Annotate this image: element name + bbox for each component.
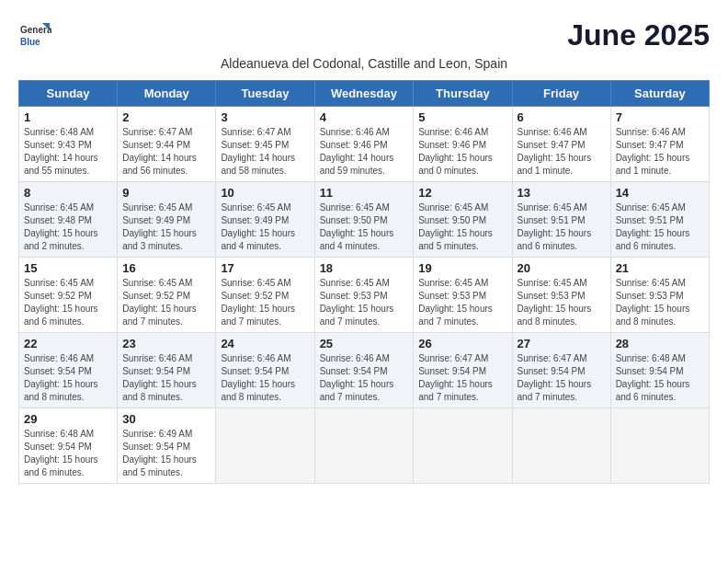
calendar-day-header: Friday <box>512 81 610 107</box>
day-number: 15 <box>24 261 112 275</box>
calendar-cell: 17Sunrise: 6:45 AM Sunset: 9:52 PM Dayli… <box>216 258 314 333</box>
calendar-cell: 19Sunrise: 6:45 AM Sunset: 9:53 PM Dayli… <box>414 258 512 333</box>
day-number: 11 <box>320 186 409 200</box>
calendar-cell: 6Sunrise: 6:46 AM Sunset: 9:47 PM Daylig… <box>512 107 610 182</box>
day-number: 28 <box>616 337 704 350</box>
calendar-cell: 14Sunrise: 6:45 AM Sunset: 9:51 PM Dayli… <box>610 182 709 258</box>
calendar-day-header: Tuesday <box>216 81 314 107</box>
calendar-cell: 29Sunrise: 6:48 AM Sunset: 9:54 PM Dayli… <box>19 408 118 484</box>
cell-content: Sunrise: 6:45 AM Sunset: 9:53 PM Dayligh… <box>616 277 704 328</box>
cell-content: Sunrise: 6:46 AM Sunset: 9:54 PM Dayligh… <box>122 352 210 404</box>
calendar-week-row: 8Sunrise: 6:45 AM Sunset: 9:48 PM Daylig… <box>19 182 710 258</box>
cell-content: Sunrise: 6:45 AM Sunset: 9:53 PM Dayligh… <box>418 277 506 328</box>
calendar-cell: 3Sunrise: 6:47 AM Sunset: 9:45 PM Daylig… <box>216 107 314 182</box>
cell-content: Sunrise: 6:48 AM Sunset: 9:43 PM Dayligh… <box>24 126 112 178</box>
day-number: 27 <box>518 337 606 350</box>
calendar-header-row: SundayMondayTuesdayWednesdayThursdayFrid… <box>19 81 710 107</box>
calendar-day-header: Thursday <box>414 81 512 107</box>
day-number: 23 <box>122 337 210 350</box>
day-number: 2 <box>122 110 210 124</box>
calendar-cell: 26Sunrise: 6:47 AM Sunset: 9:54 PM Dayli… <box>414 333 512 408</box>
day-number: 21 <box>616 261 704 275</box>
logo-svg: General Blue <box>18 19 51 52</box>
calendar-cell: 15Sunrise: 6:45 AM Sunset: 9:52 PM Dayli… <box>19 258 118 333</box>
calendar-cell: 7Sunrise: 6:46 AM Sunset: 9:47 PM Daylig… <box>610 107 709 182</box>
calendar-day-header: Wednesday <box>314 81 414 107</box>
cell-content: Sunrise: 6:47 AM Sunset: 9:44 PM Dayligh… <box>122 126 210 178</box>
calendar-cell: 13Sunrise: 6:45 AM Sunset: 9:51 PM Dayli… <box>512 182 610 258</box>
page-title: June 2025 <box>567 18 710 52</box>
logo: General Blue <box>18 19 51 52</box>
calendar-cell: 1Sunrise: 6:48 AM Sunset: 9:43 PM Daylig… <box>19 107 118 182</box>
day-number: 1 <box>24 110 112 124</box>
header: General Blue June 2025 <box>18 18 710 52</box>
calendar-day-header: Sunday <box>19 81 118 107</box>
cell-content: Sunrise: 6:48 AM Sunset: 9:54 PM Dayligh… <box>616 352 704 404</box>
cell-content: Sunrise: 6:45 AM Sunset: 9:52 PM Dayligh… <box>221 277 309 328</box>
cell-content: Sunrise: 6:45 AM Sunset: 9:53 PM Dayligh… <box>518 277 606 328</box>
calendar-cell: 10Sunrise: 6:45 AM Sunset: 9:49 PM Dayli… <box>216 182 314 258</box>
cell-content: Sunrise: 6:46 AM Sunset: 9:54 PM Dayligh… <box>24 352 112 404</box>
calendar-cell: 16Sunrise: 6:45 AM Sunset: 9:52 PM Dayli… <box>118 258 216 333</box>
subtitle: Aldeanueva del Codonal, Castille and Leo… <box>18 56 710 71</box>
calendar-cell: 8Sunrise: 6:45 AM Sunset: 9:48 PM Daylig… <box>19 182 118 258</box>
day-number: 20 <box>518 261 606 275</box>
day-number: 5 <box>418 110 506 124</box>
calendar-cell: 4Sunrise: 6:46 AM Sunset: 9:46 PM Daylig… <box>314 107 414 182</box>
calendar-week-row: 22Sunrise: 6:46 AM Sunset: 9:54 PM Dayli… <box>19 333 710 408</box>
cell-content: Sunrise: 6:45 AM Sunset: 9:52 PM Dayligh… <box>24 277 112 328</box>
day-number: 16 <box>122 261 210 275</box>
day-number: 12 <box>418 186 506 200</box>
cell-content: Sunrise: 6:45 AM Sunset: 9:50 PM Dayligh… <box>418 201 506 253</box>
day-number: 4 <box>320 110 409 124</box>
cell-content: Sunrise: 6:48 AM Sunset: 9:54 PM Dayligh… <box>24 428 112 479</box>
day-number: 13 <box>518 186 606 200</box>
cell-content: Sunrise: 6:45 AM Sunset: 9:51 PM Dayligh… <box>616 201 704 253</box>
day-number: 3 <box>221 110 309 124</box>
calendar-cell: 23Sunrise: 6:46 AM Sunset: 9:54 PM Dayli… <box>118 333 216 408</box>
day-number: 6 <box>518 110 606 124</box>
calendar-table: SundayMondayTuesdayWednesdayThursdayFrid… <box>18 80 710 484</box>
day-number: 17 <box>221 261 309 275</box>
day-number: 7 <box>616 110 704 124</box>
calendar-cell: 5Sunrise: 6:46 AM Sunset: 9:46 PM Daylig… <box>414 107 512 182</box>
calendar-cell: 20Sunrise: 6:45 AM Sunset: 9:53 PM Dayli… <box>512 258 610 333</box>
cell-content: Sunrise: 6:45 AM Sunset: 9:50 PM Dayligh… <box>320 201 409 253</box>
calendar-cell: 12Sunrise: 6:45 AM Sunset: 9:50 PM Dayli… <box>414 182 512 258</box>
cell-content: Sunrise: 6:45 AM Sunset: 9:49 PM Dayligh… <box>122 201 210 253</box>
day-number: 9 <box>122 186 210 200</box>
calendar-cell: 18Sunrise: 6:45 AM Sunset: 9:53 PM Dayli… <box>314 258 414 333</box>
calendar-cell <box>414 408 512 484</box>
calendar-cell <box>216 408 314 484</box>
cell-content: Sunrise: 6:46 AM Sunset: 9:54 PM Dayligh… <box>320 352 409 404</box>
calendar-cell: 2Sunrise: 6:47 AM Sunset: 9:44 PM Daylig… <box>118 107 216 182</box>
calendar-cell: 30Sunrise: 6:49 AM Sunset: 9:54 PM Dayli… <box>118 408 216 484</box>
calendar-week-row: 1Sunrise: 6:48 AM Sunset: 9:43 PM Daylig… <box>19 107 710 182</box>
cell-content: Sunrise: 6:46 AM Sunset: 9:47 PM Dayligh… <box>616 126 704 178</box>
day-number: 10 <box>221 186 309 200</box>
calendar-cell <box>512 408 610 484</box>
cell-content: Sunrise: 6:46 AM Sunset: 9:54 PM Dayligh… <box>221 352 309 404</box>
calendar-body: 1Sunrise: 6:48 AM Sunset: 9:43 PM Daylig… <box>19 107 710 484</box>
day-number: 14 <box>616 186 704 200</box>
day-number: 29 <box>24 412 112 426</box>
calendar-cell <box>314 408 414 484</box>
day-number: 19 <box>418 261 506 275</box>
cell-content: Sunrise: 6:46 AM Sunset: 9:46 PM Dayligh… <box>320 126 409 178</box>
cell-content: Sunrise: 6:46 AM Sunset: 9:46 PM Dayligh… <box>418 126 506 178</box>
cell-content: Sunrise: 6:45 AM Sunset: 9:49 PM Dayligh… <box>221 201 309 253</box>
cell-content: Sunrise: 6:45 AM Sunset: 9:51 PM Dayligh… <box>518 201 606 253</box>
day-number: 25 <box>320 337 409 350</box>
svg-text:Blue: Blue <box>20 37 40 47</box>
cell-content: Sunrise: 6:47 AM Sunset: 9:54 PM Dayligh… <box>518 352 606 404</box>
day-number: 18 <box>320 261 409 275</box>
cell-content: Sunrise: 6:46 AM Sunset: 9:47 PM Dayligh… <box>518 126 606 178</box>
cell-content: Sunrise: 6:45 AM Sunset: 9:48 PM Dayligh… <box>24 201 112 253</box>
calendar-cell: 9Sunrise: 6:45 AM Sunset: 9:49 PM Daylig… <box>118 182 216 258</box>
day-number: 26 <box>418 337 506 350</box>
calendar-cell: 21Sunrise: 6:45 AM Sunset: 9:53 PM Dayli… <box>610 258 709 333</box>
cell-content: Sunrise: 6:47 AM Sunset: 9:45 PM Dayligh… <box>221 126 309 178</box>
calendar-cell: 22Sunrise: 6:46 AM Sunset: 9:54 PM Dayli… <box>19 333 118 408</box>
cell-content: Sunrise: 6:49 AM Sunset: 9:54 PM Dayligh… <box>122 428 210 479</box>
day-number: 8 <box>24 186 112 200</box>
